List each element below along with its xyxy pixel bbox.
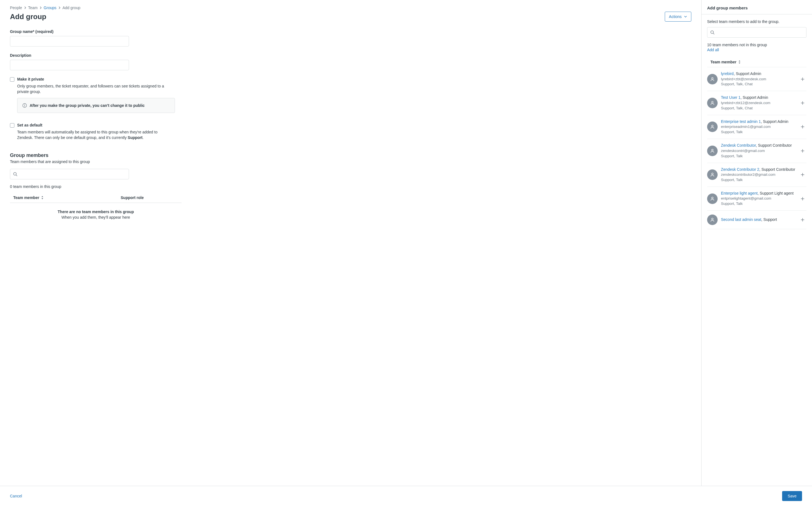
breadcrumb-people[interactable]: People	[10, 6, 22, 10]
sidebar-search-input[interactable]	[717, 30, 803, 34]
set-default-label[interactable]: Set as default	[17, 123, 42, 127]
member-row: lyrebird, Support Adminlyrebird+zbt@zend…	[707, 67, 806, 91]
chevron-right-icon	[39, 6, 42, 10]
make-private-checkbox[interactable]	[10, 77, 14, 82]
member-info: Second last admin seat, Support	[721, 217, 795, 223]
description-input[interactable]	[10, 60, 129, 70]
add-member-button[interactable]	[799, 123, 806, 131]
member-info: Zendesk Contributor 2, Support Contribut…	[721, 167, 795, 183]
sidebar-hint: Select team members to add to the group.	[707, 19, 806, 24]
svg-point-5	[711, 31, 714, 33]
make-private-desc: Only group members, the ticket requester…	[17, 83, 172, 95]
add-member-button[interactable]	[799, 75, 806, 83]
set-default-desc: Team members will automatically be assig…	[17, 129, 172, 141]
empty-state: There are no team members in this group …	[10, 203, 182, 231]
info-icon	[22, 103, 27, 108]
add-member-button[interactable]	[799, 147, 806, 155]
avatar	[707, 146, 718, 156]
svg-point-16	[712, 149, 713, 151]
save-button[interactable]: Save	[782, 491, 802, 501]
member-info: Test User 1, Support Adminlyrebird+zbt12…	[721, 95, 795, 111]
svg-point-19	[712, 173, 713, 175]
member-name-link[interactable]: lyrebird	[721, 71, 734, 76]
sort-icon	[738, 60, 741, 64]
member-row: Zendesk Contributor, Support Contributor…	[707, 139, 806, 163]
svg-line-4	[16, 175, 17, 176]
svg-point-3	[14, 172, 16, 175]
avatar	[707, 169, 718, 180]
svg-point-13	[712, 125, 713, 127]
svg-rect-2	[24, 105, 25, 106]
group-members-title: Group members	[10, 153, 691, 158]
add-member-button[interactable]	[799, 216, 806, 224]
member-row: Enterprise test admin 1, Support Adminen…	[707, 115, 806, 139]
search-icon	[13, 172, 17, 176]
add-member-button[interactable]	[799, 195, 806, 202]
member-name-link[interactable]: Test User 1	[721, 95, 741, 100]
member-email: lyrebird+zbt@zendesk.com	[721, 77, 795, 82]
svg-point-7	[712, 78, 713, 79]
description-label: Description	[10, 53, 182, 58]
empty-title: There are no team members in this group	[10, 209, 182, 214]
member-products: Support, Talk	[721, 130, 795, 135]
svg-point-25	[712, 218, 713, 220]
group-name-input[interactable]	[10, 36, 129, 47]
col-team-member[interactable]: Team member	[10, 195, 121, 200]
member-email: zendeskcontri@gmail.com	[721, 148, 795, 154]
member-info: lyrebird, Support Adminlyrebird+zbt@zend…	[721, 71, 795, 87]
sidebar-search[interactable]	[707, 27, 806, 37]
avatar	[707, 215, 718, 225]
chevron-right-icon	[58, 6, 61, 10]
sidebar-title: Add group members	[702, 0, 812, 14]
set-default-checkbox[interactable]	[10, 123, 14, 128]
member-products: Support, Talk	[721, 154, 795, 159]
member-name-link[interactable]: Enterprise light agent	[721, 191, 757, 195]
member-products: Support, Talk, Chat	[721, 82, 795, 87]
member-role: , Support Contributor	[759, 167, 795, 172]
group-members-search[interactable]	[10, 169, 129, 179]
group-members-search-input[interactable]	[20, 172, 126, 176]
member-products: Support, Talk	[721, 177, 795, 183]
breadcrumb: People Team Groups Add group	[10, 6, 691, 10]
empty-sub: When you add them, they'll appear here	[10, 215, 182, 220]
member-name-link[interactable]: Zendesk Contributor	[721, 143, 756, 148]
breadcrumb-groups[interactable]: Groups	[44, 6, 57, 10]
footer: Cancel Save	[0, 486, 812, 506]
member-products: Support, Talk, Chat	[721, 106, 795, 111]
add-member-button[interactable]	[799, 171, 806, 179]
svg-point-10	[712, 101, 713, 103]
member-row: Enterprise light agent, Support Light ag…	[707, 187, 806, 210]
search-icon	[710, 30, 715, 34]
member-role: , Support Contributor	[756, 143, 792, 148]
member-role: , Support	[761, 217, 777, 222]
member-email: zendeskcontributor2@gmail.com	[721, 172, 795, 177]
member-role: , Support Admin	[741, 95, 768, 100]
avatar	[707, 98, 718, 108]
member-products: Support, Talk	[721, 201, 795, 206]
member-email: enterpriseadmin1@gmail.com	[721, 124, 795, 130]
member-row: Second last admin seat, Support	[707, 210, 806, 229]
private-warning-text: After you make the group private, you ca…	[30, 103, 145, 108]
member-row: Test User 1, Support Adminlyrebird+zbt12…	[707, 91, 806, 115]
col-support-role[interactable]: Support role	[121, 195, 182, 200]
member-info: Enterprise light agent, Support Light ag…	[721, 191, 795, 206]
member-role: , Support Admin	[734, 71, 761, 76]
member-info: Zendesk Contributor, Support Contributor…	[721, 143, 795, 159]
member-name-link[interactable]: Second last admin seat	[721, 217, 761, 222]
add-member-button[interactable]	[799, 99, 806, 107]
breadcrumb-team[interactable]: Team	[28, 6, 37, 10]
svg-point-22	[712, 197, 713, 198]
member-name-link[interactable]: Enterprise test admin 1	[721, 119, 761, 124]
make-private-label[interactable]: Make it private	[17, 77, 44, 81]
sidebar-col-header[interactable]: Team member	[707, 57, 806, 67]
actions-button[interactable]: Actions	[665, 12, 691, 22]
add-all-link[interactable]: Add all	[707, 48, 719, 52]
members-table-header: Team member Support role	[10, 193, 182, 203]
cancel-button[interactable]: Cancel	[10, 494, 22, 498]
sort-icon	[41, 196, 44, 199]
svg-line-6	[713, 33, 714, 34]
member-info: Enterprise test admin 1, Support Adminen…	[721, 119, 795, 135]
svg-point-1	[24, 104, 25, 105]
member-name-link[interactable]: Zendesk Contributor 2	[721, 167, 759, 172]
sidebar-count: 10 team members not in this group	[707, 43, 806, 47]
